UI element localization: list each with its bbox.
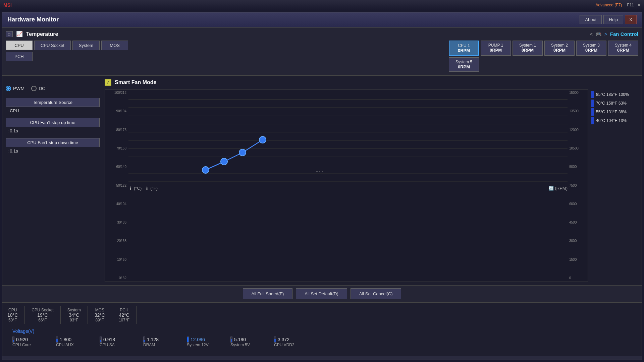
y-label-50: 50/122 xyxy=(105,184,128,187)
voltage-fill-cpusa xyxy=(100,340,101,342)
voltage-val-cpusa: 0.918 xyxy=(103,337,115,342)
voltage-title[interactable]: Voltage(V) xyxy=(12,328,632,334)
voltage-val-cpucore: 0.920 xyxy=(16,337,28,342)
close-icon[interactable]: ✕ xyxy=(637,3,641,7)
legend-1-c: 85°C xyxy=(596,92,605,97)
legend-1-f: 185°F xyxy=(606,92,617,97)
temp-btn-cpusocket[interactable]: CPU Socket xyxy=(34,41,71,50)
legend-2-f: 158°F xyxy=(606,101,617,106)
legend-bar-2 xyxy=(591,100,594,107)
legend-2-c: 70°C xyxy=(596,101,605,106)
voltage-bar-cpuaux: 1.800 xyxy=(56,337,95,343)
temp-btn-mos[interactable]: MOS xyxy=(101,41,128,50)
voltage-section: Voltage(V) 0.920 CPU Core xyxy=(7,327,637,353)
y-label-30: 30/ 86 xyxy=(105,221,128,224)
y-label-20: 20/ 68 xyxy=(105,239,128,243)
fan-box-pump1[interactable]: PUMP 1 0RPM xyxy=(481,41,511,56)
fan-rpms-row1: CPU 1 0RPM PUMP 1 0RPM System 1 0RPM S xyxy=(449,41,638,56)
content-area: □ 📈 Temperature < 🎮 > Fan Control CPU CP… xyxy=(2,27,642,356)
y-right-10500: 10500 xyxy=(568,147,588,150)
fan-box-sys3[interactable]: System 3 0RPM xyxy=(576,41,606,56)
voltage-bar-cpucore: 0.920 xyxy=(12,337,51,343)
voltage-tick-cpucore xyxy=(12,337,14,343)
voltage-fill-cpuaux xyxy=(56,339,58,342)
fahrenheit-unit-icon[interactable]: 🌡 (°F) xyxy=(145,186,158,191)
y-right-12000: 12000 xyxy=(568,128,588,132)
chart-area: ✓ Smart Fan Mode 0/ 32 10/ 50 20/ 68 30/… xyxy=(105,79,638,282)
temp-btn-system[interactable]: System xyxy=(72,41,100,50)
chart-point-2[interactable] xyxy=(221,158,227,165)
y-right-3000: 3000 xyxy=(568,239,588,243)
advanced-label[interactable]: Advanced (F7) xyxy=(596,3,622,7)
chart-footer: 🌡 (°C) 🌡 (°F) 🔄 (RPM) xyxy=(128,184,568,192)
temp-buttons-row: CPU CPU Socket System MOS xyxy=(6,41,128,50)
voltage-bars-row: 0.920 CPU Core 1.800 CPU AUX xyxy=(12,337,632,349)
fan-control-label: Fan Control xyxy=(610,31,638,37)
y-label-80: 80/176 xyxy=(105,128,128,132)
legend-4-f: 104°F xyxy=(606,118,617,123)
legend-3-f: 131°F xyxy=(606,110,617,114)
fan-curve-chart[interactable] xyxy=(128,91,568,182)
fan-box-sys4[interactable]: System 4 0RPM xyxy=(608,41,638,56)
pwm-radio[interactable]: PWM xyxy=(6,86,24,91)
section-title: Temperature xyxy=(26,31,58,37)
y-right-0: 0 xyxy=(568,277,588,280)
voltage-fill-cpucore xyxy=(13,340,14,342)
voltage-item-sys12v: 12.096 System 12V xyxy=(187,337,230,347)
celsius-unit-icon[interactable]: 🌡 (°C) xyxy=(128,186,142,191)
voltage-val-sys5v: 5.190 xyxy=(234,337,246,342)
legend-text-4: 40°C 104°F 13% xyxy=(596,118,627,123)
y-label-70: 70/158 xyxy=(105,147,128,150)
sensors-section: CPU 10°C 50°F CPU Socket 19°C 66°F Syste… xyxy=(2,302,642,356)
voltage-name-sys5v: System 5V xyxy=(230,343,250,347)
about-button[interactable]: About xyxy=(580,15,602,24)
voltage-val-dram: 1.128 xyxy=(147,337,159,342)
fan-box-sys2[interactable]: System 2 0RPM xyxy=(544,41,575,56)
voltage-fill-sys5v xyxy=(231,339,232,342)
temp-btn-cpu[interactable]: CPU xyxy=(6,41,33,50)
dc-radio-circle xyxy=(31,86,37,91)
fan-box-sys5[interactable]: System 5 0RPM xyxy=(449,57,479,72)
right-legend: 85°C 185°F 100% 70°C 158°F 63% xyxy=(591,89,638,282)
temp-source-label[interactable]: Temperature Source xyxy=(6,98,100,107)
celsius-unit-text: (°C) xyxy=(134,186,142,191)
voltage-val-sys12v: 12.096 xyxy=(191,337,205,342)
legend-row-3: 55°C 131°F 38% xyxy=(591,108,638,116)
step-down-label[interactable]: CPU Fan1 step down time xyxy=(6,138,100,147)
all-full-speed-button[interactable]: All Full Speed(F) xyxy=(243,288,293,299)
help-button[interactable]: Help xyxy=(603,15,623,24)
rpm-unit[interactable]: 🔄 (RPM) xyxy=(548,186,568,191)
temp-source-value: : CPU xyxy=(6,107,100,115)
nav-back-arrow[interactable]: < xyxy=(590,31,593,37)
top-section: □ 📈 Temperature < 🎮 > Fan Control CPU CP… xyxy=(2,27,642,76)
fan-box-cpu1[interactable]: CPU 1 0RPM xyxy=(449,41,479,56)
temp-header-left: □ 📈 Temperature xyxy=(6,31,58,37)
rpm-unit-text: (RPM) xyxy=(555,186,568,191)
voltage-item-dram: 1.128 DRAM xyxy=(143,337,187,347)
voltage-bar-cpusa: 0.918 xyxy=(100,337,138,343)
chart-point-3[interactable] xyxy=(239,149,246,156)
all-set-cancel-button[interactable]: All Set Cancel(C) xyxy=(351,288,401,299)
voltage-tick-cpuvdd2 xyxy=(274,337,276,343)
nav-forward-arrow[interactable]: > xyxy=(604,31,607,37)
smart-fan-checkbox[interactable]: ✓ xyxy=(105,79,111,86)
voltage-name-sys12v: System 12V xyxy=(187,343,209,347)
all-set-default-button[interactable]: All Set Default(D) xyxy=(296,288,347,299)
step-up-label[interactable]: CPU Fan1 step up time xyxy=(6,118,100,127)
f11-icon[interactable]: F11 xyxy=(627,3,634,7)
chart-point-1[interactable] xyxy=(202,167,209,173)
fan-box-sys1[interactable]: System 1 0RPM xyxy=(513,41,543,56)
y-right-1500: 1500 xyxy=(568,258,588,261)
window-title: Hardware Monitor xyxy=(7,16,59,23)
voltage-name-cpucore: CPU Core xyxy=(12,343,31,347)
collapse-button[interactable]: □ xyxy=(6,31,13,37)
legend-text-1: 85°C 185°F 100% xyxy=(596,92,629,97)
dc-radio[interactable]: DC xyxy=(31,86,45,91)
window-close-button[interactable]: X xyxy=(625,15,637,24)
legend-bar-3 xyxy=(591,108,594,116)
legend-1-pct: 100% xyxy=(619,92,629,97)
y-right-9000: 9000 xyxy=(568,165,588,169)
voltage-val-cpuvdd2: 3.372 xyxy=(278,337,289,342)
chart-point-4[interactable] xyxy=(259,136,266,143)
temp-btn-pch[interactable]: PCH xyxy=(6,52,33,61)
